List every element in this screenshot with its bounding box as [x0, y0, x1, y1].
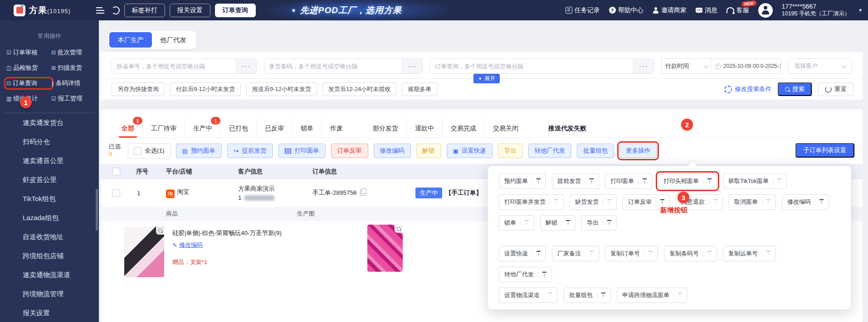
- sidebar-menu-scan-warehouse[interactable]: 扫码分仓: [23, 132, 99, 151]
- refresh-icon[interactable]: [112, 6, 120, 14]
- sidebar-scrollbar[interactable]: [96, 189, 98, 231]
- dd-oos-ship[interactable]: 缺货发货↑: [570, 194, 617, 210]
- tab-factory-pending[interactable]: 工厂待审: [143, 120, 185, 138]
- order-query-input[interactable]: [430, 59, 633, 73]
- sidebar-menu-self-delivery-address[interactable]: 自送收货地址: [23, 227, 99, 246]
- dd-print-and-ship[interactable]: 打印面单并发货↑: [499, 194, 564, 210]
- zoom-icon[interactable]: [156, 226, 164, 235]
- customer-select[interactable]: 选择客户: [788, 58, 852, 74]
- tab-push-dropship-failed[interactable]: 推送代发失败: [540, 120, 595, 138]
- pin-icon[interactable]: ↑: [644, 251, 653, 257]
- production-image-thumbnail[interactable]: [367, 225, 403, 272]
- tab-partial-shipped[interactable]: 部分发货: [365, 120, 407, 138]
- pin-icon[interactable]: ↑: [703, 178, 712, 184]
- pin-icon[interactable]: ↑: [603, 220, 611, 226]
- tab-packed[interactable]: 已打包: [221, 120, 257, 138]
- set-express-button[interactable]: ▣设置快递: [447, 144, 493, 158]
- zoom-icon[interactable]: [395, 225, 403, 233]
- pin-icon[interactable]: ↑: [561, 220, 570, 226]
- pay-time-select[interactable]: 付款时间: [662, 59, 712, 73]
- task-record-link[interactable]: 任务记录: [566, 6, 600, 14]
- save-quick-query-button[interactable]: 另存为快捷查询: [112, 82, 165, 96]
- copy-icon[interactable]: [360, 190, 366, 196]
- pin-icon[interactable]: ↑: [532, 251, 541, 257]
- pin-icon[interactable]: ↑: [550, 199, 558, 205]
- dd-transfer-dropship[interactable]: 转他厂代发↑: [499, 267, 552, 282]
- pin-icon[interactable]: ↑: [638, 178, 647, 184]
- sidebar-item-order-query[interactable]: ⊡订单查询: [6, 79, 51, 87]
- sidebar-item-scan-ship[interactable]: ⊞扫描发货: [51, 64, 96, 72]
- expand-button[interactable]: ▼展开: [473, 74, 500, 83]
- sidebar-menu-crossborder-pack-shop[interactable]: 跨境组包店铺: [23, 246, 99, 265]
- dd-edit-code[interactable]: 修改编码↑: [782, 194, 829, 210]
- tab-completed[interactable]: 交易完成: [443, 120, 485, 138]
- pin-icon[interactable]: ↑: [538, 272, 546, 278]
- dd-factory-remark[interactable]: 厂家备注↑: [552, 246, 599, 261]
- dd-batch-pack[interactable]: 批量组包↑: [564, 288, 611, 303]
- pin-icon[interactable]: ↑: [544, 293, 552, 298]
- sidebar-item-barcode-detail[interactable]: ∥条码详情: [51, 79, 96, 87]
- sidebar-menu-aliexpress-ship[interactable]: 速卖通发货台: [23, 113, 99, 132]
- reserve-label-button[interactable]: ▤预约面单: [176, 144, 222, 158]
- pin-icon[interactable]: ↑: [703, 251, 712, 257]
- dd-cancel-label[interactable]: 取消面单↑: [729, 194, 776, 210]
- dd-copy-barcode-no[interactable]: 复制条码号↑: [664, 246, 717, 261]
- dd-get-tiktok-label[interactable]: 获取TikTok面单↑: [723, 173, 787, 189]
- sidebar-menu-lazada-pack[interactable]: Lazada组包: [23, 208, 99, 227]
- modify-search-conditions-link[interactable]: 修改搜索条件: [724, 85, 771, 93]
- sidebar-menu-aliexpress-logistics[interactable]: 速卖通物流渠道: [23, 265, 99, 284]
- collapse-menu-icon[interactable]: [96, 10, 104, 11]
- order-reverse-review-button[interactable]: 订单反审: [331, 144, 368, 158]
- order-more-button[interactable]: ···: [633, 59, 653, 73]
- sidebar-item-work-report[interactable]: ☑报工管理: [51, 95, 96, 103]
- early-ship-button[interactable]: ↪提前发货: [227, 144, 273, 158]
- edit-code-link[interactable]: ✎修改编码: [172, 241, 203, 249]
- pin-icon[interactable]: ↑: [585, 178, 594, 184]
- tab-refunding[interactable]: 退款中: [407, 120, 443, 138]
- pin-icon[interactable]: ↑: [656, 199, 664, 205]
- dd-reserve-label[interactable]: 预约面单↑: [499, 173, 546, 189]
- uncollected-12-24h-button[interactable]: 发货后12-24小时未揽收: [322, 82, 396, 96]
- unshipped-9-12h-pushed-button[interactable]: 推送后9-12小时未发货: [246, 82, 317, 96]
- dd-lock-order[interactable]: 锁单↑: [499, 215, 534, 231]
- header-checkbox[interactable]: [112, 168, 120, 176]
- dd-print-label[interactable]: 打印面单↑: [605, 173, 652, 189]
- sidebar-menu-tiktok-pack[interactable]: TikTok组包: [23, 189, 99, 208]
- nav-button-label-reprint[interactable]: 标签补打: [124, 4, 165, 17]
- customer-service-link[interactable]: 客服 NEW: [727, 6, 749, 14]
- date-range-input[interactable]: 2025-10-09 00:0-2025-10-15 23:5: [712, 63, 780, 69]
- suborder-list-settings-button[interactable]: 子订单列表设置: [795, 143, 855, 158]
- nav-button-customs-settings[interactable]: 报关设置: [170, 4, 210, 17]
- dd-apply-crossborder-label[interactable]: 申请跨境物流面单↑: [617, 288, 688, 303]
- messages-link[interactable]: 消息: [696, 6, 717, 14]
- sidebar-menu-crossborder-logistics[interactable]: 跨境物流管理: [23, 284, 99, 303]
- pin-icon[interactable]: ↑: [815, 199, 824, 205]
- dd-set-express[interactable]: 设置快递↑: [499, 246, 546, 261]
- user-menu-caret-icon[interactable]: ▾: [859, 7, 862, 13]
- sidebar-menu-shopee-firstmile[interactable]: 虾皮首公里: [23, 170, 99, 189]
- dd-early-ship[interactable]: 提前发货↑: [552, 173, 599, 189]
- unshipped-9-12h-paid-button[interactable]: 付款后9-12小时未发货: [170, 82, 241, 96]
- express-more-button[interactable]: ···: [236, 59, 256, 73]
- pin-icon[interactable]: ↑: [709, 199, 717, 205]
- pickup-barcode-input[interactable]: [264, 59, 402, 73]
- sidebar-menu-customs-settings[interactable]: 报关设置: [23, 303, 99, 322]
- sidebar-menu-aliexpress-firstmile[interactable]: 速卖通首公里: [23, 151, 99, 170]
- export-button[interactable]: 导出: [498, 144, 523, 158]
- pin-icon[interactable]: ↑: [597, 293, 605, 298]
- edit-code-button[interactable]: 修改编码: [374, 144, 411, 158]
- pin-icon[interactable]: ↑: [520, 220, 529, 226]
- overdue-orders-button[interactable]: 逾期多单: [402, 82, 437, 96]
- pin-icon[interactable]: ↑: [762, 199, 770, 205]
- express-no-input[interactable]: [112, 59, 236, 73]
- sidebar-item-batch-manage[interactable]: ⊟批次管理: [51, 48, 96, 57]
- tab-voided[interactable]: 作废: [322, 120, 351, 138]
- tab-in-production[interactable]: 生产中1: [185, 120, 221, 138]
- pin-icon[interactable]: ↑: [673, 293, 682, 298]
- select-all-button[interactable]: 全选(1): [128, 143, 171, 159]
- transfer-dropship-button[interactable]: 转他厂代发: [528, 144, 572, 158]
- nav-button-order-query[interactable]: 订单查询: [215, 4, 256, 17]
- help-center-link[interactable]: ?帮助中心: [609, 6, 644, 14]
- dd-print-firstleg-label[interactable]: 打印头程面单↑: [658, 173, 717, 189]
- more-operations-button[interactable]: 更多操作: [619, 144, 657, 158]
